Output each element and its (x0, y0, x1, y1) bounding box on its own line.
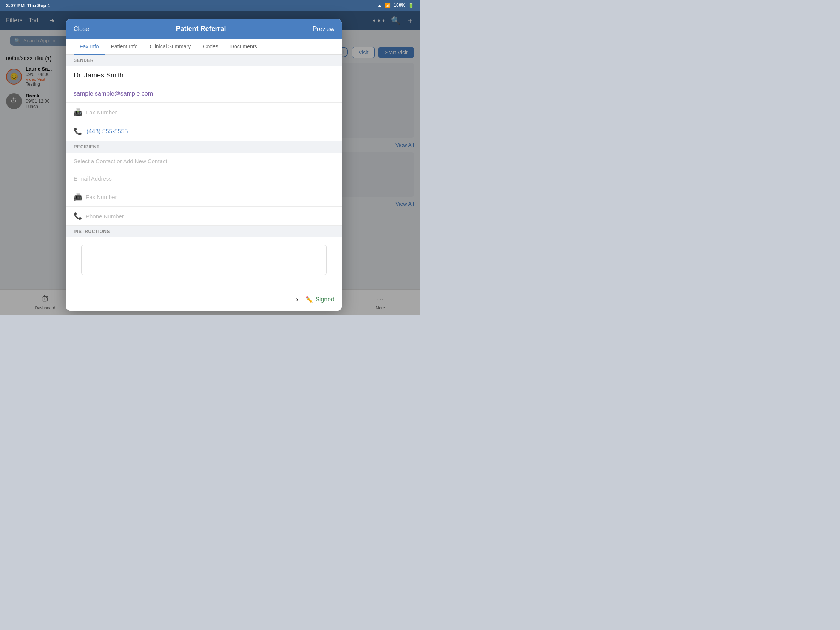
recipient-fax-row[interactable]: 📠 (66, 187, 342, 207)
modal-header: Close Patient Referral Preview (66, 19, 342, 39)
preview-button[interactable]: Preview (313, 26, 334, 33)
recipient-section-header: RECIPIENT (66, 141, 342, 153)
signal-icon: ▲ (377, 3, 382, 8)
recipient-email-row[interactable] (66, 170, 342, 187)
battery-icon: 🔋 (408, 3, 414, 8)
sender-phone-value: (443) 555-5555 (87, 128, 128, 135)
instructions-input[interactable] (81, 245, 327, 275)
recipient-email-input[interactable] (74, 175, 334, 182)
status-time: 3:07 PM Thu Sep 1 (6, 3, 50, 8)
patient-referral-modal: Close Patient Referral Preview Fax Info … (66, 19, 342, 311)
tab-codes[interactable]: Codes (197, 39, 224, 55)
recipient-phone-input[interactable] (86, 213, 334, 219)
tab-patient-info[interactable]: Patient Info (105, 39, 144, 55)
phone-icon-recipient: 📞 (74, 212, 81, 220)
tab-documents[interactable]: Documents (224, 39, 263, 55)
recipient-phone-row[interactable]: 📞 (66, 207, 342, 226)
sender-fax-input[interactable] (86, 109, 334, 115)
sender-email: sample.sample@sample.com (66, 85, 342, 103)
tab-fax-info[interactable]: Fax Info (74, 39, 105, 55)
sender-section-header: SENDER (66, 55, 342, 66)
instructions-section-header: INSTRUCTIONS (66, 226, 342, 237)
recipient-contact-row[interactable] (66, 153, 342, 170)
pencil-icon: ✏️ (306, 296, 313, 303)
signed-button[interactable]: ✏️ Signed (306, 296, 334, 303)
status-bar: 3:07 PM Thu Sep 1 ▲ 📶 100% 🔋 (0, 0, 420, 11)
time-display: 3:07 PM (6, 3, 25, 8)
recipient-contact-input[interactable] (74, 158, 334, 164)
sender-fax-row[interactable]: 📠 (66, 103, 342, 122)
modal-footer: → ✏️ Signed (66, 288, 342, 311)
fax-icon-recipient: 📠 (74, 193, 81, 201)
signed-label: Signed (315, 296, 334, 303)
modal-body: SENDER Dr. James Smith sample.sample@sam… (66, 55, 342, 288)
recipient-fax-input[interactable] (86, 194, 334, 200)
battery-display: 100% (393, 3, 405, 8)
tab-clinical-summary[interactable]: Clinical Summary (144, 39, 197, 55)
date-display: Thu Sep 1 (27, 3, 50, 8)
phone-icon-sender: 📞 (74, 127, 82, 136)
instructions-container (66, 237, 342, 288)
fax-icon: 📠 (74, 108, 81, 116)
sender-phone-row: 📞 (443) 555-5555 (66, 122, 342, 141)
close-button[interactable]: Close (74, 26, 89, 33)
status-icons: ▲ 📶 100% 🔋 (377, 3, 414, 8)
sender-name: Dr. James Smith (66, 66, 342, 85)
modal-title: Patient Referral (175, 25, 226, 33)
arrow-icon: → (290, 294, 300, 306)
modal-tabs: Fax Info Patient Info Clinical Summary C… (66, 39, 342, 55)
wifi-icon: 📶 (385, 3, 390, 8)
